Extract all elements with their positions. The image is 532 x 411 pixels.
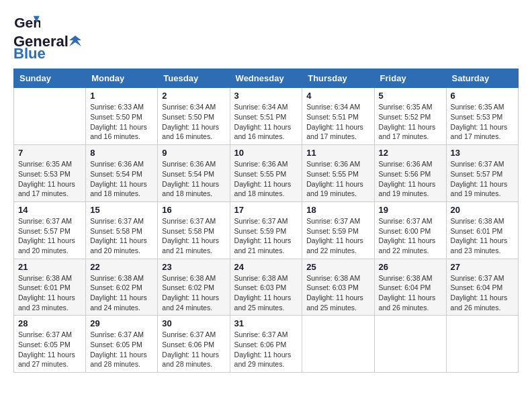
calendar-cell: 19Sunrise: 6:37 AM Sunset: 6:00 PM Dayli… xyxy=(374,201,446,259)
day-info: Sunrise: 6:33 AM Sunset: 5:50 PM Dayligh… xyxy=(90,102,153,142)
day-number: 26 xyxy=(379,262,442,272)
calendar-week-row: 1Sunrise: 6:33 AM Sunset: 5:50 PM Daylig… xyxy=(14,88,519,145)
calendar-cell: 31Sunrise: 6:37 AM Sunset: 6:06 PM Dayli… xyxy=(230,316,302,373)
calendar-cell xyxy=(14,88,86,145)
day-number: 9 xyxy=(162,148,225,158)
calendar-week-row: 7Sunrise: 6:35 AM Sunset: 5:53 PM Daylig… xyxy=(14,145,519,202)
day-info: Sunrise: 6:34 AM Sunset: 5:51 PM Dayligh… xyxy=(234,102,298,142)
calendar-cell: 24Sunrise: 6:38 AM Sunset: 6:03 PM Dayli… xyxy=(230,259,302,316)
day-info: Sunrise: 6:37 AM Sunset: 6:05 PM Dayligh… xyxy=(18,330,81,369)
logo-bird-icon xyxy=(69,34,81,46)
weekday-header-thursday: Thursday xyxy=(302,69,374,88)
day-number: 21 xyxy=(18,262,81,272)
calendar-cell: 10Sunrise: 6:36 AM Sunset: 5:55 PM Dayli… xyxy=(230,145,302,202)
calendar-cell: 13Sunrise: 6:37 AM Sunset: 5:57 PM Dayli… xyxy=(446,145,518,202)
day-info: Sunrise: 6:38 AM Sunset: 6:03 PM Dayligh… xyxy=(306,273,369,313)
day-number: 19 xyxy=(379,205,442,215)
calendar-cell: 3Sunrise: 6:34 AM Sunset: 5:51 PM Daylig… xyxy=(230,88,302,145)
calendar-cell xyxy=(302,316,374,373)
calendar-cell: 15Sunrise: 6:37 AM Sunset: 5:58 PM Dayli… xyxy=(86,201,158,259)
day-number: 16 xyxy=(162,205,225,215)
calendar-cell: 18Sunrise: 6:37 AM Sunset: 5:59 PM Dayli… xyxy=(302,201,374,259)
calendar-cell: 16Sunrise: 6:37 AM Sunset: 5:58 PM Dayli… xyxy=(158,201,230,259)
day-info: Sunrise: 6:37 AM Sunset: 5:58 PM Dayligh… xyxy=(90,216,153,256)
logo: General General Blue xyxy=(13,13,82,62)
day-number: 29 xyxy=(90,318,153,328)
calendar-cell: 23Sunrise: 6:38 AM Sunset: 6:02 PM Dayli… xyxy=(158,259,230,316)
day-number: 31 xyxy=(234,318,298,328)
day-info: Sunrise: 6:37 AM Sunset: 5:57 PM Dayligh… xyxy=(18,216,81,256)
day-number: 18 xyxy=(306,205,369,215)
day-info: Sunrise: 6:34 AM Sunset: 5:51 PM Dayligh… xyxy=(306,102,369,142)
day-info: Sunrise: 6:36 AM Sunset: 5:56 PM Dayligh… xyxy=(379,159,442,199)
day-number: 23 xyxy=(162,262,225,272)
day-number: 17 xyxy=(234,205,298,215)
weekday-header-monday: Monday xyxy=(86,69,158,88)
calendar-cell xyxy=(446,316,518,373)
calendar-cell: 28Sunrise: 6:37 AM Sunset: 6:05 PM Dayli… xyxy=(14,316,86,373)
day-number: 22 xyxy=(90,262,153,272)
day-number: 28 xyxy=(18,318,81,328)
day-info: Sunrise: 6:36 AM Sunset: 5:54 PM Dayligh… xyxy=(162,159,225,199)
calendar-cell: 25Sunrise: 6:38 AM Sunset: 6:03 PM Dayli… xyxy=(302,259,374,316)
day-number: 6 xyxy=(451,91,514,101)
day-info: Sunrise: 6:34 AM Sunset: 5:50 PM Dayligh… xyxy=(162,102,225,142)
calendar-week-row: 14Sunrise: 6:37 AM Sunset: 5:57 PM Dayli… xyxy=(14,201,519,259)
day-info: Sunrise: 6:36 AM Sunset: 5:55 PM Dayligh… xyxy=(306,159,369,199)
day-number: 8 xyxy=(90,148,153,158)
day-number: 4 xyxy=(306,91,369,101)
day-number: 30 xyxy=(162,318,225,328)
day-info: Sunrise: 6:37 AM Sunset: 5:57 PM Dayligh… xyxy=(451,159,514,199)
calendar-table: SundayMondayTuesdayWednesdayThursdayFrid… xyxy=(13,68,519,373)
calendar-cell: 2Sunrise: 6:34 AM Sunset: 5:50 PM Daylig… xyxy=(158,88,230,145)
day-number: 24 xyxy=(234,262,298,272)
calendar-cell: 8Sunrise: 6:36 AM Sunset: 5:54 PM Daylig… xyxy=(86,145,158,202)
day-number: 3 xyxy=(234,91,298,101)
weekday-header-saturday: Saturday xyxy=(446,69,518,88)
day-number: 2 xyxy=(162,91,225,101)
day-number: 14 xyxy=(18,205,81,215)
day-number: 27 xyxy=(451,262,514,272)
day-info: Sunrise: 6:37 AM Sunset: 6:04 PM Dayligh… xyxy=(451,273,514,313)
day-number: 15 xyxy=(90,205,153,215)
calendar-cell: 14Sunrise: 6:37 AM Sunset: 5:57 PM Dayli… xyxy=(14,201,86,259)
day-number: 1 xyxy=(90,91,153,101)
day-info: Sunrise: 6:38 AM Sunset: 6:02 PM Dayligh… xyxy=(90,273,153,313)
day-info: Sunrise: 6:35 AM Sunset: 5:53 PM Dayligh… xyxy=(451,102,514,142)
day-info: Sunrise: 6:37 AM Sunset: 6:05 PM Dayligh… xyxy=(90,330,153,369)
logo-icon: General xyxy=(13,13,40,34)
svg-marker-2 xyxy=(69,36,81,46)
day-info: Sunrise: 6:37 AM Sunset: 5:58 PM Dayligh… xyxy=(162,216,225,256)
day-number: 25 xyxy=(306,262,369,272)
day-number: 12 xyxy=(379,148,442,158)
page-header: General General Blue xyxy=(13,13,519,62)
calendar-cell: 27Sunrise: 6:37 AM Sunset: 6:04 PM Dayli… xyxy=(446,259,518,316)
day-info: Sunrise: 6:38 AM Sunset: 6:03 PM Dayligh… xyxy=(234,273,298,313)
weekday-header-sunday: Sunday xyxy=(14,69,86,88)
calendar-cell: 1Sunrise: 6:33 AM Sunset: 5:50 PM Daylig… xyxy=(86,88,158,145)
weekday-header-friday: Friday xyxy=(374,69,446,88)
calendar-cell: 4Sunrise: 6:34 AM Sunset: 5:51 PM Daylig… xyxy=(302,88,374,145)
day-info: Sunrise: 6:35 AM Sunset: 5:53 PM Dayligh… xyxy=(18,159,81,199)
day-info: Sunrise: 6:37 AM Sunset: 6:06 PM Dayligh… xyxy=(234,330,298,369)
day-number: 5 xyxy=(379,91,442,101)
calendar-cell: 26Sunrise: 6:38 AM Sunset: 6:04 PM Dayli… xyxy=(374,259,446,316)
calendar-cell: 9Sunrise: 6:36 AM Sunset: 5:54 PM Daylig… xyxy=(158,145,230,202)
calendar-cell: 21Sunrise: 6:38 AM Sunset: 6:01 PM Dayli… xyxy=(14,259,86,316)
calendar-cell xyxy=(374,316,446,373)
day-info: Sunrise: 6:36 AM Sunset: 5:54 PM Dayligh… xyxy=(90,159,153,199)
calendar-cell: 22Sunrise: 6:38 AM Sunset: 6:02 PM Dayli… xyxy=(86,259,158,316)
day-info: Sunrise: 6:35 AM Sunset: 5:52 PM Dayligh… xyxy=(379,102,442,142)
calendar-cell: 29Sunrise: 6:37 AM Sunset: 6:05 PM Dayli… xyxy=(86,316,158,373)
day-number: 7 xyxy=(18,148,81,158)
calendar-cell: 5Sunrise: 6:35 AM Sunset: 5:52 PM Daylig… xyxy=(374,88,446,145)
weekday-header-wednesday: Wednesday xyxy=(230,69,302,88)
day-info: Sunrise: 6:37 AM Sunset: 6:00 PM Dayligh… xyxy=(379,216,442,256)
day-info: Sunrise: 6:38 AM Sunset: 6:04 PM Dayligh… xyxy=(379,273,442,313)
day-info: Sunrise: 6:38 AM Sunset: 6:01 PM Dayligh… xyxy=(451,216,514,256)
calendar-header: SundayMondayTuesdayWednesdayThursdayFrid… xyxy=(14,69,519,88)
calendar-cell: 20Sunrise: 6:38 AM Sunset: 6:01 PM Dayli… xyxy=(446,201,518,259)
day-number: 11 xyxy=(306,148,369,158)
calendar-cell: 17Sunrise: 6:37 AM Sunset: 5:59 PM Dayli… xyxy=(230,201,302,259)
calendar-cell: 7Sunrise: 6:35 AM Sunset: 5:53 PM Daylig… xyxy=(14,145,86,202)
